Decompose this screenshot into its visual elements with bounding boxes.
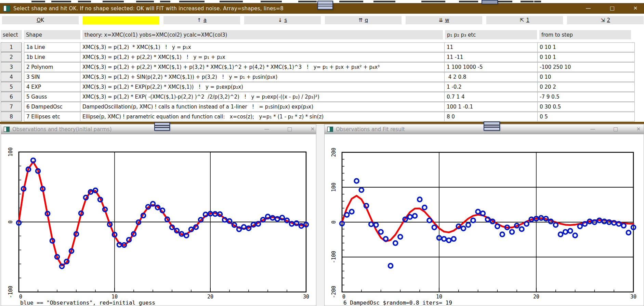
button-accesskey-label: a [203, 17, 207, 23]
background-text-fragment [521, 1, 534, 2]
from-to-step-cell: 0 30 0.5 [538, 102, 634, 111]
arrow-icon: ⇈ [358, 17, 363, 23]
data-point [621, 224, 626, 228]
data-point [612, 221, 616, 225]
data-point [442, 237, 446, 241]
table-row[interactable]: 1b LineXMC($,3) = p(1,2) + p(2,2) * XMC(… [24, 52, 635, 62]
button-accesskey-label: w [445, 17, 449, 23]
row-select-button[interactable]: 3 [1, 62, 22, 72]
minimized-window-grip[interactable] [484, 122, 500, 131]
x-tick-label: 20 [533, 294, 539, 300]
minimize-button[interactable]: — [582, 3, 594, 14]
data-point [31, 158, 36, 163]
table-row[interactable]: 2 PolynomXMC($,3) = p(1,2) + p(2,2) * XM… [24, 62, 635, 72]
table-row[interactable]: 6 DampedOscDampedOscillation(p, XMC) ! c… [24, 102, 635, 112]
shape-cell: 2 Polynom [24, 63, 80, 72]
data-point [471, 218, 475, 223]
close-button[interactable]: ✕ [630, 3, 641, 14]
data-point [117, 243, 122, 247]
minimized-window-grip[interactable] [154, 122, 170, 131]
theory-cell: XMC($,3) = p(1,2) * XMC($,1) ! y = p₁x [80, 43, 445, 52]
x-tick-label: 20 [207, 294, 213, 300]
data-point [223, 218, 227, 222]
table-row[interactable]: 1a LineXMC($,3) = p(1,2) * XMC($,1) ! y … [24, 42, 635, 52]
toolbar-button-page-down-w[interactable]: ⇊w [406, 16, 482, 24]
params-cell: 11 -11 [445, 53, 538, 62]
shape-cell: 7 Ellipses etc [24, 112, 80, 121]
theory-cell: XMC($,3) = p(1,2) * EXP( -(XMC($,1)-p(2,… [80, 92, 445, 101]
theory-cell: XMC($,3) = p(1,2) + p(2,2) * XMC($,1) ! … [80, 53, 445, 62]
data-point [350, 209, 354, 214]
toolbar-button-shift-down-s[interactable]: ↓s [244, 16, 321, 24]
background-text-fragment [421, 1, 445, 2]
button-accesskey-label: 1 [526, 17, 530, 23]
row-select-button[interactable]: 6 [1, 92, 22, 102]
from-to-step-cell: 0 10 1 [538, 43, 634, 52]
data-point [481, 211, 485, 216]
row-select-button[interactable]: 4 [1, 72, 22, 82]
toolbar-button-end-2[interactable]: ⇲2 [567, 16, 644, 24]
row-select-button[interactable]: 1 [1, 42, 22, 52]
data-point [275, 217, 280, 221]
close-button[interactable]: ✕ [634, 125, 643, 133]
background-text-fragment [339, 1, 363, 2]
table-row[interactable]: 5 GaussXMC($,3) = p(1,2) * EXP( -(XMC($,… [24, 92, 635, 102]
data-point [583, 222, 587, 226]
blue-observation-points [17, 158, 308, 268]
background-text-fragment [373, 1, 395, 2]
background-text-fragment [31, 1, 45, 2]
data-point [160, 208, 165, 213]
button-accesskey-label: 2 [607, 17, 610, 23]
data-point [500, 232, 504, 237]
data-point [451, 237, 456, 241]
y-tick-label: -200 [331, 286, 337, 298]
minimize-button[interactable]: — [588, 125, 597, 133]
data-point [369, 222, 373, 227]
minimized-window-grip[interactable] [482, 0, 498, 4]
toolbar-button-shift-up-a[interactable]: ↑a [163, 16, 240, 24]
params-cell: 8 0 [445, 112, 538, 121]
row-select-button[interactable]: 2 [1, 52, 22, 62]
row-select-button[interactable]: 7 [1, 102, 22, 112]
x-tick-label: 0 [342, 294, 345, 300]
data-point [520, 227, 524, 231]
background-text-fragment [534, 1, 541, 2]
data-point [256, 222, 261, 226]
chart-window-fit: Observations and Fit result — □ ✕ 010203… [324, 124, 644, 306]
toolbar-button-page-up-q[interactable]: ⇈q [325, 16, 402, 24]
background-text-fragment [497, 1, 512, 2]
observations-theory-plot: 01020301000-100blue == "Observations", r… [1, 134, 316, 306]
toolbar-button-color-swatch[interactable] [83, 16, 159, 24]
chart-caption: 6 DampedOsc $random=0.8 iters= 19 [343, 299, 452, 306]
theory-cell: DampedOscillation(p, XMC) ! calls a func… [80, 102, 445, 111]
chart-icon [327, 127, 333, 132]
maximize-button[interactable]: □ [611, 125, 620, 133]
row-select-button[interactable]: 8 [1, 112, 22, 122]
minimize-button[interactable]: — [262, 125, 271, 133]
blue-observation-points [340, 179, 636, 268]
shape-cell: 1b Line [24, 53, 80, 62]
table-row[interactable]: 3 SINXMC($,3) = p(1,2) + SIN(p(2,2) * XM… [24, 72, 635, 82]
table-row[interactable]: 4 EXPXMC($,3) = p(1,2) * EXP(p(2,2) * XM… [24, 82, 635, 92]
data-point [408, 215, 412, 219]
data-point [510, 230, 514, 234]
maximize-button[interactable]: □ [606, 3, 618, 14]
shape-cell: 4 EXP [24, 82, 80, 91]
chart-caption: blue == "Observations", red=initial gues… [20, 299, 155, 306]
red-curve [19, 162, 306, 266]
background-text-fragment [261, 1, 282, 2]
theory-cell: XMC($,3) = p(1,2) + p(2,2) * XMC($,1) + … [80, 63, 445, 72]
data-point [237, 227, 241, 231]
maximize-button[interactable]: □ [285, 125, 294, 133]
close-button[interactable]: ✕ [308, 125, 317, 133]
data-point [427, 218, 432, 223]
minimized-window-grip[interactable] [317, 1, 333, 10]
from-to-step-cell: 0 20 2 [538, 82, 634, 91]
toolbar-button-home-1[interactable]: ⇱1 [486, 16, 563, 24]
row-select-button[interactable]: 5 [1, 82, 22, 92]
table-row[interactable]: 7 Ellipses etcEllipse(p, XMC) ! parametr… [24, 112, 635, 122]
params-cell: 1 -0.2 [445, 82, 538, 91]
data-point [432, 225, 437, 230]
data-point [266, 214, 270, 219]
toolbar-button-ok[interactable]: OK [2, 16, 79, 24]
